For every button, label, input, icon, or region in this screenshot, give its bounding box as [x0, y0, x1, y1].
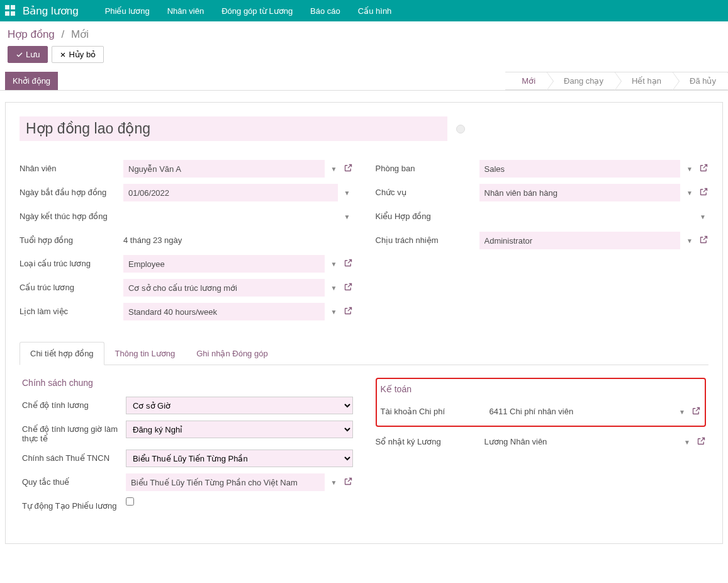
tab-contract-details[interactable]: Chi tiết hợp đồng [20, 342, 104, 365]
end-date-field[interactable] [123, 208, 338, 225]
department-field[interactable] [479, 160, 681, 178]
tax-rule-external-link-icon[interactable] [344, 477, 353, 488]
nav-config[interactable]: Cấu hình [349, 0, 401, 21]
chevron-down-icon[interactable]: ▼ [328, 166, 340, 173]
label-contract-age: Tuổi hợp đồng [20, 232, 123, 245]
tax-rule-field[interactable] [126, 473, 325, 491]
contract-name-input[interactable] [20, 116, 447, 141]
job-position-field[interactable] [479, 184, 681, 201]
label-tax-rule: Quy tắc thuế [22, 473, 126, 487]
job-external-link-icon[interactable] [699, 187, 708, 198]
salary-structure-field[interactable] [123, 279, 325, 297]
chevron-down-icon[interactable]: ▼ [328, 285, 340, 292]
label-pit-policy: Chính sách Thuế TNCN [22, 450, 126, 463]
close-icon [60, 52, 66, 58]
chevron-down-icon[interactable]: ▼ [676, 409, 688, 416]
chevron-down-icon[interactable]: ▼ [342, 190, 353, 196]
app-name[interactable]: Bảng lương [23, 4, 79, 18]
wage-mode-select[interactable]: Cơ sở Giờ [126, 397, 353, 414]
department-external-link-icon[interactable] [699, 163, 708, 174]
label-struct: Cấu trúc lương [20, 279, 123, 292]
chevron-down-icon[interactable]: ▼ [684, 166, 695, 173]
actual-hours-mode-select[interactable]: Đăng ký Nghỉ [126, 421, 353, 438]
chevron-down-icon[interactable]: ▼ [328, 261, 340, 268]
top-nav: Bảng lương Phiếu lương Nhân viên Đóng gó… [0, 0, 728, 21]
breadcrumb-separator: / [62, 28, 65, 40]
label-contract-type: Kiểu Hợp đồng [376, 208, 479, 221]
save-button-label: Lưu [26, 50, 40, 59]
chevron-down-icon[interactable]: ▼ [342, 213, 353, 220]
label-payroll-journal: Sổ nhật ký Lương [376, 433, 479, 446]
breadcrumb: Hợp đồng / Mới [8, 28, 720, 41]
struct-external-link-icon[interactable] [344, 282, 353, 293]
label-start-date: Ngày bắt đầu hợp đồng [20, 184, 123, 197]
chevron-down-icon[interactable]: ▼ [684, 237, 695, 244]
expense-account-field[interactable] [484, 403, 673, 421]
statusbar-action-button[interactable]: Khởi động [5, 72, 58, 90]
start-date-field[interactable] [123, 184, 338, 201]
label-employee: Nhân viên [20, 160, 123, 173]
label-job: Chức vụ [376, 184, 479, 197]
expense-account-external-link-icon[interactable] [692, 406, 701, 417]
pit-policy-select[interactable]: Biểu Thuế Lũy Tiến Từng Phần [126, 450, 353, 467]
statusbar: Khởi động Mới Đang chạy Hết hạn Đã hủy [0, 72, 728, 91]
responsible-external-link-icon[interactable] [699, 235, 708, 246]
chevron-down-icon[interactable]: ▼ [328, 308, 340, 315]
structure-type-field[interactable] [123, 255, 325, 273]
chevron-down-icon[interactable]: ▼ [697, 213, 708, 220]
payroll-journal-field[interactable] [479, 433, 678, 451]
struct-type-external-link-icon[interactable] [344, 258, 353, 269]
journal-external-link-icon[interactable] [697, 436, 706, 448]
section-accounting: Kế toán [381, 384, 702, 394]
breadcrumb-root[interactable]: Hợp đồng [8, 28, 55, 40]
check-icon [16, 51, 23, 59]
notebook-tabs: Chi tiết hợp đồng Thông tin Lương Ghi nh… [20, 342, 708, 365]
label-expense-account: Tài khoản Chi phí [381, 403, 484, 416]
apps-icon[interactable] [5, 5, 16, 16]
nav-contributions[interactable]: Đóng góp từ Lương [213, 0, 301, 21]
section-general-policy: Chính sách chung [22, 378, 353, 388]
working-schedule-field[interactable] [123, 303, 325, 320]
label-responsible: Chịu trách nhiệm [376, 232, 479, 245]
nav-employees[interactable]: Nhân viên [159, 0, 213, 21]
kanban-state-icon[interactable] [456, 125, 465, 133]
stage-running[interactable]: Đang chạy [547, 72, 615, 90]
employee-field[interactable] [123, 160, 325, 178]
label-department: Phòng ban [376, 160, 479, 173]
schedule-external-link-icon[interactable] [344, 306, 353, 317]
form-sheet: Nhân viên ▼ Ngày bắt đầu hợp đồng ▼ Ngày… [5, 102, 723, 544]
tab-salary-info[interactable]: Thông tin Lương [104, 342, 186, 365]
label-struct-type: Loại cấu trúc lương [20, 255, 123, 268]
nav-payslips[interactable]: Phiếu lương [96, 0, 159, 21]
label-end-date: Ngày kết thúc hợp đồng [20, 208, 123, 221]
label-wage-mode: Chế độ tính lương [22, 397, 126, 410]
contract-age-value: 4 tháng 23 ngày [123, 232, 182, 249]
employee-external-link-icon[interactable] [344, 163, 353, 174]
chevron-down-icon[interactable]: ▼ [684, 190, 695, 196]
chevron-down-icon[interactable]: ▼ [681, 439, 693, 446]
discard-button[interactable]: Hủy bỏ [52, 46, 104, 63]
nav-reports[interactable]: Báo cáo [301, 0, 349, 21]
hr-responsible-field[interactable] [479, 232, 681, 249]
chevron-down-icon[interactable]: ▼ [328, 479, 340, 486]
stage-expired[interactable]: Hết hạn [615, 72, 673, 90]
auto-generate-payslip-checkbox[interactable] [126, 497, 134, 506]
stage-cancelled[interactable]: Đã hủy [673, 72, 728, 90]
label-schedule: Lịch làm việc [20, 303, 123, 316]
discard-button-label: Hủy bỏ [69, 50, 96, 59]
breadcrumb-current: Mới [71, 28, 89, 40]
save-button[interactable]: Lưu [8, 46, 48, 63]
contract-type-field[interactable] [479, 208, 694, 225]
label-auto-gen: Tự động Tạo Phiếu lương [22, 497, 126, 511]
label-actual-mode: Chế độ tính lương giờ làm thực tế [22, 421, 126, 443]
stage-new[interactable]: Mới [505, 72, 547, 90]
accounting-highlight-box: Kế toán Tài khoản Chi phí ▼ [376, 378, 707, 427]
tab-contributions[interactable]: Ghi nhận Đóng góp [186, 342, 279, 365]
